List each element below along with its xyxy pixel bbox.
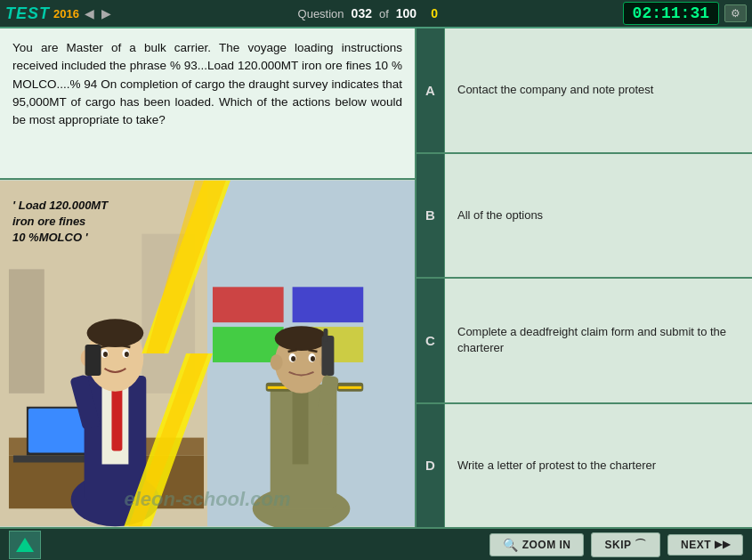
- question-text: You are Master of a bulk carrier. The vo…: [0, 28, 415, 180]
- svg-rect-36: [338, 386, 361, 389]
- image-text-overlay: ' Load 120.000MT iron ore fines 10 %MOLC…: [12, 198, 108, 247]
- answer-letter-c: C: [416, 279, 445, 402]
- question-bar: Question 032 of 100 0: [113, 6, 623, 20]
- logo-area: TEST 2016 ◀ ▶: [5, 4, 113, 23]
- question-number: 032: [352, 6, 372, 20]
- answer-text-a: Contact the company and note protest: [445, 28, 752, 152]
- svg-point-18: [87, 319, 144, 347]
- svg-point-22: [103, 352, 108, 357]
- svg-point-39: [271, 354, 283, 370]
- answer-letter-a: A: [416, 28, 445, 152]
- svg-rect-26: [85, 345, 101, 376]
- svg-rect-4: [213, 287, 284, 322]
- nav-back-icon[interactable]: ◀: [85, 6, 94, 20]
- settings-button[interactable]: ⚙: [724, 4, 747, 22]
- svg-rect-32: [293, 385, 309, 465]
- footer-logo: [9, 531, 41, 559]
- answer-letter-b: B: [416, 154, 445, 278]
- svg-rect-3: [9, 269, 44, 393]
- question-label: Question: [298, 7, 344, 20]
- answer-option-a[interactable]: A Contact the company and note protest: [416, 28, 752, 154]
- logo-text: TEST: [5, 4, 50, 23]
- question-score: 0: [431, 6, 438, 20]
- image-area: ' Load 120.000MT iron ore fines 10 %MOLC…: [0, 180, 415, 527]
- answer-text-c: Complete a deadfreight claim form and su…: [445, 279, 752, 402]
- svg-point-43: [291, 356, 295, 361]
- left-panel: You are Master of a bulk carrier. The vo…: [0, 28, 416, 527]
- question-of: of: [379, 7, 389, 20]
- answer-text-d: Write a letter of protest to the charter…: [445, 404, 752, 528]
- footer-buttons: 🔍 ZOOM IN SKIP ⌒ NEXT ▶▶: [489, 532, 743, 557]
- answer-option-d[interactable]: D Write a letter of protest to the chart…: [416, 404, 752, 528]
- svg-rect-47: [321, 336, 334, 376]
- svg-point-44: [311, 356, 315, 361]
- svg-point-23: [125, 352, 129, 357]
- next-button[interactable]: NEXT ▶▶: [667, 534, 743, 556]
- watermark: eleon-school.com: [124, 488, 290, 511]
- answer-option-c[interactable]: C Complete a deadfreight claim form and …: [416, 279, 752, 404]
- next-arrows-icon: ▶▶: [715, 539, 730, 550]
- zoom-button[interactable]: 🔍 ZOOM IN: [489, 533, 584, 556]
- logo-triangle-icon: [16, 538, 34, 552]
- svg-point-38: [275, 326, 328, 351]
- answer-option-b[interactable]: B All of the options: [416, 154, 752, 280]
- zoom-icon: 🔍: [503, 538, 519, 552]
- answer-letter-d: D: [416, 404, 445, 528]
- main-content: You are Master of a bulk carrier. The vo…: [0, 28, 752, 527]
- answers-panel: A Contact the company and note protest B…: [416, 28, 752, 527]
- skip-button[interactable]: SKIP ⌒: [591, 532, 660, 557]
- footer: 🔍 ZOOM IN SKIP ⌒ NEXT ▶▶: [0, 527, 752, 560]
- nav-forward-icon[interactable]: ▶: [101, 6, 111, 20]
- question-total: 100: [396, 6, 416, 20]
- skip-icon: ⌒: [635, 537, 647, 553]
- svg-rect-5: [293, 287, 364, 322]
- svg-rect-48: [323, 329, 327, 342]
- answer-text-b: All of the options: [445, 154, 752, 278]
- header: TEST 2016 ◀ ▶ Question 032 of 100 0 02:1…: [0, 0, 752, 28]
- logo-year: 2016: [53, 7, 79, 20]
- clock-display: 02:11:31: [623, 2, 719, 25]
